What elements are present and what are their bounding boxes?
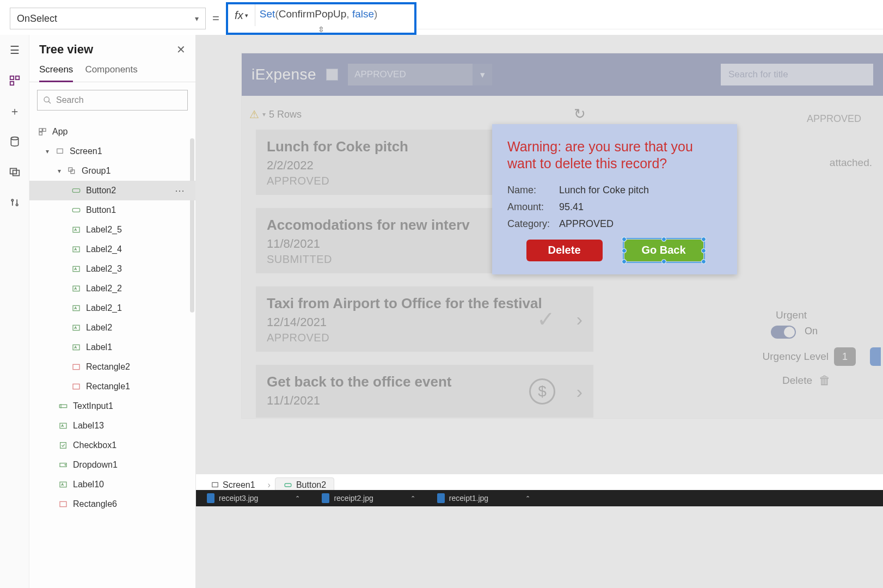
tree-node-dropdown1[interactable]: Dropdown1 (29, 455, 195, 475)
selection-handle[interactable] (661, 259, 666, 264)
selection-handle[interactable] (622, 237, 627, 242)
selection-handle[interactable] (701, 259, 706, 264)
field-key: Category: (507, 218, 559, 230)
tree-node-label: Screen1 (70, 146, 102, 156)
label-icon (71, 244, 82, 255)
tree-node-label: Button1 (86, 205, 116, 215)
selection-handle[interactable] (701, 248, 706, 253)
file-icon (322, 493, 329, 503)
app-preview: iExpense APPROVED ▾ Search for title ⚠ ▾… (242, 53, 883, 418)
label-icon (58, 479, 69, 490)
selection-handle[interactable] (622, 248, 627, 253)
property-selector[interactable]: OnSelect ▾ (10, 8, 206, 29)
popup-field: Amount:95.41 (507, 201, 722, 213)
taskbar-item[interactable]: receipt1.jpg⌃ (437, 493, 530, 503)
tree-node-label2_1[interactable]: Label2_1 (29, 298, 195, 318)
label-icon (71, 322, 82, 333)
tree-node-label: Group1 (82, 166, 111, 176)
chevron-up-icon[interactable]: ⌃ (295, 495, 300, 502)
tree-node-label2[interactable]: Label2 (29, 318, 195, 338)
chevron-down-icon: ▾ (195, 14, 199, 23)
data-icon[interactable] (7, 134, 22, 149)
svg-rect-24 (73, 364, 79, 369)
left-rail: ☰ ＋ (0, 35, 29, 588)
tree-node-label: Label13 (73, 421, 104, 431)
tree-node-label: Label1 (86, 342, 112, 352)
checkbox-icon (58, 440, 69, 451)
app-icon (37, 126, 48, 137)
caret-down-icon[interactable]: ▾ (58, 167, 61, 175)
tree-node-label: Label2_4 (86, 244, 122, 254)
dropdown-icon (58, 460, 69, 470)
tree-node-label13[interactable]: Label13 (29, 416, 195, 436)
fx-icon[interactable]: fx▾ (228, 4, 255, 26)
svg-point-7 (16, 204, 17, 206)
taskbar-item[interactable]: receipt3.jpg⌃ (207, 493, 300, 503)
tree-body: App▾Screen1▾Group1Button2⋯Button1Label2_… (29, 122, 195, 588)
hamburger-icon[interactable]: ☰ (7, 42, 22, 58)
button-icon (71, 185, 82, 196)
delete-button[interactable]: Delete (526, 240, 603, 261)
popup-warning: Warning: are you sure that you want to d… (507, 138, 722, 173)
tree-node-rectangle6[interactable]: Rectangle6 (29, 494, 195, 514)
insert-icon[interactable]: ＋ (7, 103, 22, 119)
svg-rect-33 (285, 483, 291, 487)
tree-node-label2_4[interactable]: Label2_4 (29, 240, 195, 259)
file-icon (207, 493, 214, 503)
tree-node-label: Label2_2 (86, 284, 122, 293)
tab-screens[interactable]: Screens (39, 64, 73, 82)
tree-node-label2_5[interactable]: Label2_5 (29, 220, 195, 240)
selection-handle[interactable] (701, 237, 706, 242)
tree-view-icon[interactable] (7, 73, 22, 88)
tree-node-app[interactable]: App (29, 122, 195, 142)
field-key: Amount: (507, 201, 559, 213)
tree-node-textinput1[interactable]: TextInput1 (29, 396, 195, 416)
close-icon[interactable]: ✕ (176, 43, 186, 56)
taskbar-item[interactable]: receipt2.jpg⌃ (322, 493, 415, 503)
taskbar-label: receipt2.jpg (334, 494, 373, 503)
selection-handle[interactable] (622, 259, 627, 264)
tree-node-button2[interactable]: Button2⋯ (29, 181, 195, 200)
tree-node-button1[interactable]: Button1 (29, 200, 195, 220)
label-icon (58, 420, 69, 431)
resize-handle-icon[interactable]: ⇳ (318, 25, 324, 34)
svg-rect-1 (15, 76, 19, 79)
label-icon (71, 224, 82, 235)
tab-components[interactable]: Components (85, 64, 137, 82)
tree-node-label1[interactable]: Label1 (29, 338, 195, 357)
go-back-button[interactable]: Go Back (624, 240, 703, 261)
tree-node-checkbox1[interactable]: Checkbox1 (29, 436, 195, 455)
selection-handle[interactable] (661, 237, 666, 242)
breadcrumb-label: Screen1 (223, 480, 255, 490)
svg-rect-15 (72, 189, 79, 193)
search-placeholder: Search (56, 95, 84, 105)
taskbar-label: receipt1.jpg (449, 494, 488, 503)
formula-text[interactable]: Set(ConfirmPopUp, false) (255, 4, 414, 23)
popup-field: Name:Lunch for Coke pitch (507, 185, 722, 196)
tree-node-group1[interactable]: ▾Group1 (29, 161, 195, 181)
rect-icon (71, 381, 82, 392)
media-icon[interactable] (7, 164, 22, 180)
tree-node-label2_2[interactable]: Label2_2 (29, 279, 195, 298)
taskbar: receipt3.jpg⌃ receipt2.jpg⌃ receipt1.jpg… (196, 490, 883, 506)
tools-icon[interactable] (7, 195, 22, 210)
button-icon (71, 205, 82, 216)
tree-node-label2_3[interactable]: Label2_3 (29, 259, 195, 279)
search-input[interactable]: Search (37, 90, 188, 111)
rect-icon (58, 499, 69, 510)
tree-node-label10[interactable]: Label10 (29, 475, 195, 494)
tree-node-rectangle2[interactable]: Rectangle2 (29, 357, 195, 377)
svg-rect-25 (73, 384, 79, 389)
chevron-up-icon[interactable]: ⌃ (410, 495, 415, 502)
rect-icon (71, 362, 82, 372)
tree-node-label: Rectangle2 (86, 362, 130, 372)
caret-down-icon[interactable]: ▾ (46, 148, 49, 155)
chevron-up-icon[interactable]: ⌃ (525, 495, 530, 502)
tree-node-screen1[interactable]: ▾Screen1 (29, 142, 195, 161)
svg-rect-11 (39, 132, 42, 135)
tree-node-rectangle1[interactable]: Rectangle1 (29, 377, 195, 396)
tree-view-panel: Tree view ✕ Screens Components Search Ap… (29, 35, 196, 588)
label-icon (71, 283, 82, 294)
formula-bar[interactable]: fx▾ Set(ConfirmPopUp, false) ⇳ (226, 2, 416, 35)
more-icon[interactable]: ⋯ (175, 185, 186, 197)
